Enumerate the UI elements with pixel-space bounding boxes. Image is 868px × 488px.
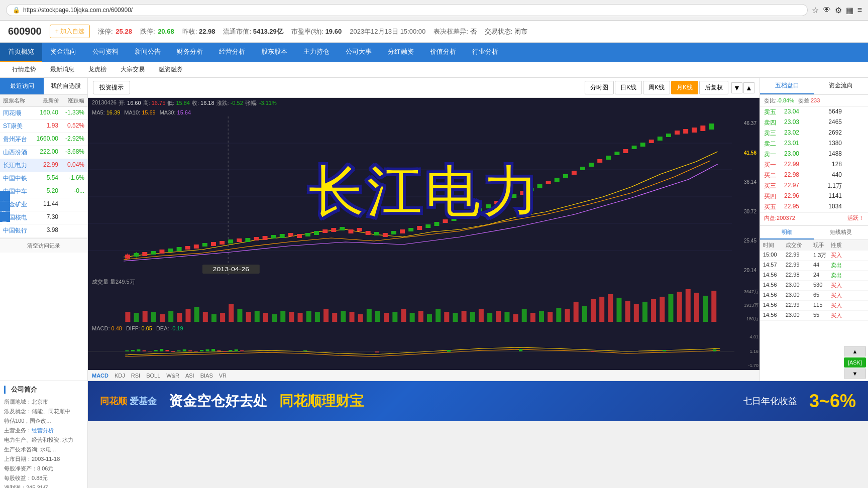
macd-info: MACD: 0.48 DIFF: 0.05 DEA: -0.19 (88, 324, 759, 332)
invest-tip-button[interactable]: 投资提示 (93, 81, 130, 94)
svg-rect-14 (185, 246, 190, 250)
subnav-margin[interactable]: 融资融券 (152, 62, 190, 77)
svg-rect-23 (263, 236, 268, 240)
nav-events[interactable]: 公司大事 (338, 43, 380, 62)
stock-row[interactable]: 中国银行3.98 (0, 224, 87, 237)
indicator-rsi[interactable]: RSI (131, 373, 140, 379)
indicator-wr[interactable]: W&R (166, 373, 179, 379)
svg-rect-129 (556, 308, 561, 322)
sell-qty: 1380 (814, 140, 842, 148)
svg-rect-95 (263, 313, 268, 322)
svg-rect-49 (486, 204, 491, 208)
layout-icon[interactable]: ▦ (846, 6, 853, 15)
subnav-news[interactable]: 最新消息 (43, 62, 81, 77)
svg-rect-61 (589, 163, 594, 167)
tab-order-book[interactable]: 五档盘口 (760, 78, 814, 94)
nav-main-force[interactable]: 主力持仓 (295, 43, 338, 62)
svg-rect-92 (237, 309, 242, 322)
stock-row[interactable]: 中国中铁5.54-1.6% (0, 172, 87, 185)
add-watchlist-button[interactable]: 加入自选 (50, 25, 90, 38)
svg-rect-75 (709, 124, 714, 130)
indicator-vr[interactable]: VR (219, 373, 227, 379)
nav-overview[interactable]: 首页概览 (0, 43, 42, 62)
menu-icon[interactable]: ≡ (857, 6, 862, 15)
svg-rect-166 (229, 350, 232, 351)
stock-row[interactable]: 中国中车5.20-0... (0, 185, 87, 198)
float-btn-1[interactable]: 立选 (0, 191, 10, 201)
stock-row[interactable]: 同花顺160.40-1.33% (0, 107, 87, 120)
tab-minute[interactable]: 分时图 (585, 81, 614, 94)
url-text: https://stockpage.10jqka.com.cn/600900/ (23, 7, 133, 14)
trade-hand: 1.3万 (813, 252, 831, 259)
nav-news[interactable]: 新闻公告 (127, 43, 169, 62)
tab-weekly[interactable]: 周K线 (643, 81, 670, 94)
stock-row[interactable]: 山西汾酒222.00-3.68% (0, 146, 87, 159)
company-field: 上市日期：2003-11-18 (4, 455, 83, 463)
nav-shareholder[interactable]: 股东股本 (253, 43, 295, 62)
float-btn-2[interactable]: 软件 (0, 201, 10, 212)
stock-row[interactable]: 贵州茅台1660.00-2.92% (0, 133, 87, 146)
company-link[interactable]: 经营分析 (32, 427, 54, 433)
macd-axis: 4.01 1.16 -1.70 (734, 332, 759, 370)
svg-rect-71 (675, 131, 680, 135)
svg-rect-146 (703, 296, 708, 322)
tab-capital-flow[interactable]: 资金流向 (814, 78, 869, 94)
stock-price: 5.20 (31, 187, 58, 196)
indicator-boll[interactable]: BOLL (146, 373, 160, 379)
tab-short-genius[interactable]: 短线精灵 (814, 226, 869, 239)
ask-button[interactable]: [ASK] (844, 357, 866, 368)
kline-date: 20130426 (92, 99, 117, 107)
float-btn-3[interactable]: 专用 (0, 212, 10, 222)
svg-rect-44 (443, 219, 448, 223)
nav-finance[interactable]: 财务分析 (169, 43, 211, 62)
star-icon[interactable]: ☆ (812, 6, 819, 15)
svg-rect-85 (177, 313, 182, 322)
eye-icon[interactable]: 👁 (823, 6, 831, 15)
scroll-down-button[interactable]: ▼ (844, 369, 866, 379)
tab-restore[interactable]: 后复权 (699, 81, 728, 94)
trade-row: 14:5623.0065买入 (760, 291, 868, 301)
subnav-block[interactable]: 大宗交易 (114, 62, 152, 77)
nav-dividend[interactable]: 分红融资 (380, 43, 422, 62)
svg-rect-68 (649, 140, 654, 143)
zoom-in-button[interactable]: ▲ (743, 82, 754, 93)
url-bar[interactable]: 🔒 https://stockpage.10jqka.com.cn/600900… (6, 4, 808, 16)
svg-rect-91 (229, 304, 234, 322)
svg-rect-96 (272, 314, 277, 322)
sell-order-row: 卖三23.022692 (760, 128, 868, 139)
trade-detail-tabs: 明细 短线精灵 (760, 226, 868, 240)
clear-history-button[interactable]: 清空访问记录 (0, 238, 87, 253)
tab-daily[interactable]: 日K线 (615, 81, 642, 94)
nav-company-info[interactable]: 公司资料 (84, 43, 127, 62)
svg-rect-121 (487, 313, 492, 322)
tab-watchlist[interactable]: 我的自选股 (44, 78, 87, 94)
subnav-dragon[interactable]: 龙虎榜 (81, 62, 114, 77)
nav-value[interactable]: 价值分析 (422, 43, 464, 62)
kline-close: 收: 16.18 (192, 99, 214, 107)
tab-trade-detail[interactable]: 明细 (760, 226, 814, 239)
tab-recent[interactable]: 最近访问 (0, 78, 44, 94)
nav-capital-flow[interactable]: 资金流向 (42, 43, 84, 62)
tab-monthly[interactable]: 月K线 (671, 81, 698, 94)
subnav-trend[interactable]: 行情走势 (5, 62, 43, 77)
svg-rect-38 (391, 231, 396, 234)
kline-info-bar: 20130426 开: 16.60 高: 16.75 低: 15.84 收: 1… (88, 98, 759, 108)
stock-row[interactable]: 长江电力22.990.04% (0, 159, 87, 172)
stock-name: 中国银行 (3, 226, 31, 235)
svg-rect-113 (418, 311, 423, 322)
indicator-asi[interactable]: ASI (185, 373, 194, 379)
indicator-bias[interactable]: BIAS (200, 373, 213, 379)
zoom-out-button[interactable]: ▼ (731, 82, 742, 93)
scroll-up-button[interactable]: ▲ (844, 346, 866, 356)
chart-area: 投资提示 分时图 日K线 周K线 月K线 后复权 ▼ ▲ 20130426 开:… (88, 78, 760, 381)
indicator-kdj[interactable]: KDJ (115, 373, 125, 379)
trade-price: 23.00 (786, 292, 813, 299)
nav-operation[interactable]: 经营分析 (211, 43, 253, 62)
nav-industry[interactable]: 行业分析 (464, 43, 506, 62)
stock-row[interactable]: 紫金矿业11.44 (0, 198, 87, 211)
stock-row[interactable]: 中国核电7.30 (0, 211, 87, 224)
indicator-macd[interactable]: MACD (92, 373, 108, 379)
sell-order-row: 卖二23.011380 (760, 139, 868, 149)
settings-icon[interactable]: ⚙ (835, 6, 842, 15)
stock-row[interactable]: ST康美1.930.52% (0, 120, 87, 133)
